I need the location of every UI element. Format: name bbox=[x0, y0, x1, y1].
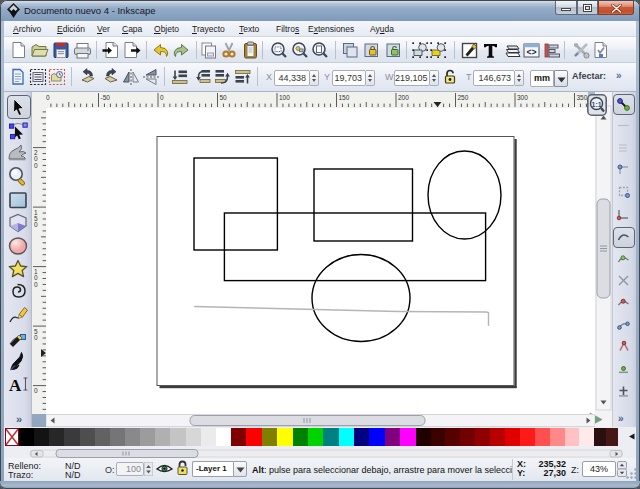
svg-text:250: 250 bbox=[458, 94, 469, 101]
svg-text:0: 0 bbox=[34, 221, 38, 228]
svg-text:0: 0 bbox=[34, 334, 38, 341]
svg-text:0: 0 bbox=[34, 387, 38, 394]
svg-text:0: 0 bbox=[160, 94, 164, 101]
svg-text:300: 300 bbox=[517, 94, 528, 101]
svg-text:100: 100 bbox=[279, 94, 290, 101]
svg-text:200: 200 bbox=[398, 94, 409, 101]
svg-text:50: 50 bbox=[220, 94, 228, 101]
svg-text:-50: -50 bbox=[101, 94, 111, 101]
svg-text:1:1: 1:1 bbox=[592, 101, 602, 108]
svg-text:150: 150 bbox=[339, 94, 350, 101]
svg-text:0: 0 bbox=[34, 281, 38, 288]
svg-text:0: 0 bbox=[34, 162, 38, 169]
svg-text:<>: <> bbox=[527, 48, 537, 58]
svg-text:A: A bbox=[9, 376, 22, 395]
svg-text:0: 0 bbox=[46, 94, 50, 101]
